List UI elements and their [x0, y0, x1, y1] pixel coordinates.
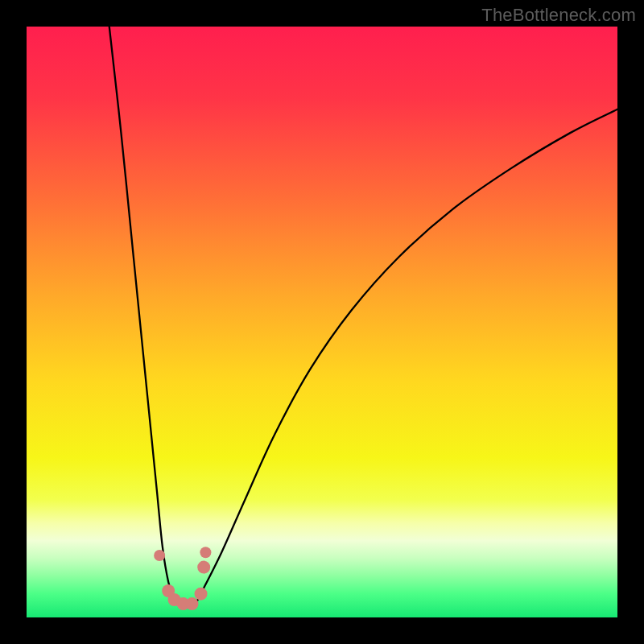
curve-path	[109, 27, 617, 606]
marker-point	[200, 547, 211, 558]
marker-point	[195, 588, 208, 601]
marker-point	[197, 561, 210, 574]
watermark-text: TheBottleneck.com	[481, 5, 636, 26]
plot-area	[27, 27, 617, 617]
scatter-markers	[154, 547, 211, 610]
bottleneck-curve	[27, 27, 617, 617]
marker-point	[186, 597, 199, 610]
marker-point	[154, 550, 165, 561]
chart-frame: TheBottleneck.com	[0, 0, 644, 644]
